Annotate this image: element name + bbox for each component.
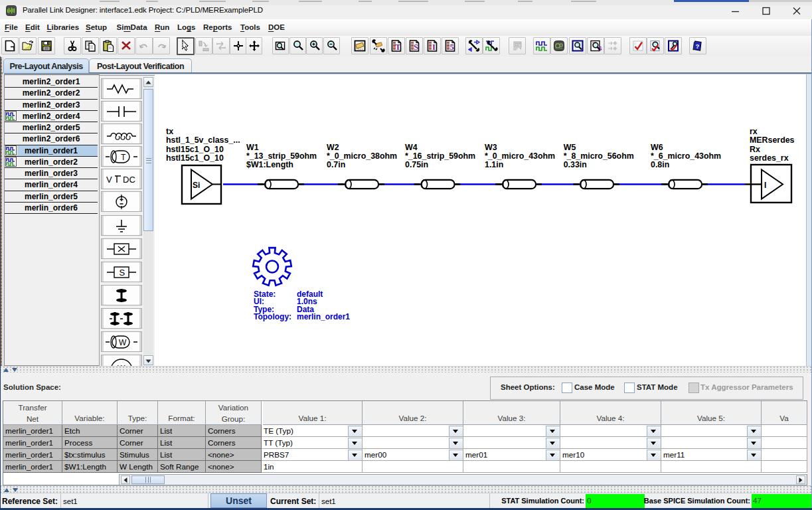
svg-text:W: W	[119, 337, 127, 347]
svg-text:S: S	[120, 268, 125, 278]
svg-text:W3: W3	[485, 143, 497, 152]
svg-text:0.8in: 0.8in	[651, 160, 669, 169]
svg-text:rx: rx	[750, 127, 758, 136]
svg-text:0.75in: 0.75in	[405, 160, 428, 169]
svg-text:T: T	[395, 42, 401, 52]
svg-text:V: V	[106, 175, 112, 185]
svg-text:Si: Si	[193, 181, 200, 190]
svg-text:I: I	[432, 42, 436, 52]
svg-text:hstl15c1_O_10: hstl15c1_O_10	[166, 153, 224, 163]
svg-text:hstl_1_5v_class_...: hstl_1_5v_class_...	[166, 135, 240, 145]
svg-text:*_16_strip_59ohm: *_16_strip_59ohm	[405, 151, 475, 161]
svg-text:hstl15c1_O_10: hstl15c1_O_10	[166, 145, 224, 154]
svg-text:W5: W5	[564, 143, 576, 152]
svg-text:S: S	[414, 42, 418, 52]
svg-text:0.33in: 0.33in	[564, 160, 587, 169]
svg-text:Topology:: Topology:	[254, 312, 291, 321]
svg-text:Rx: Rx	[750, 145, 760, 154]
svg-text:W1: W1	[246, 143, 259, 152]
svg-text:*_0_micro_43ohm: *_0_micro_43ohm	[485, 151, 555, 161]
svg-text:*_13_strip_59ohm: *_13_strip_59ohm	[246, 151, 317, 161]
svg-text:merlin_order1: merlin_order1	[297, 312, 350, 321]
svg-text:W2: W2	[327, 143, 339, 152]
svg-text:?: ?	[696, 42, 700, 50]
svg-text:DC: DC	[123, 175, 135, 185]
svg-text:serdes_rx: serdes_rx	[750, 153, 789, 163]
svg-text:*_0_micro_38ohm: *_0_micro_38ohm	[327, 151, 397, 161]
svg-text:5: 5	[449, 42, 453, 52]
svg-text:I: I	[764, 181, 766, 190]
svg-text:*_8_micro_56ohm: *_8_micro_56ohm	[564, 151, 634, 161]
svg-text:tx: tx	[166, 127, 173, 136]
svg-text:W6: W6	[651, 143, 663, 152]
svg-text:1.1in: 1.1in	[485, 160, 503, 169]
svg-text:W4: W4	[405, 143, 418, 152]
svg-text:T: T	[121, 152, 126, 161]
svg-text:$W1:Length: $W1:Length	[246, 160, 293, 169]
svg-text:*_6_micro_43ohm: *_6_micro_43ohm	[651, 151, 721, 161]
svg-text:MERserdes: MERserdes	[750, 135, 795, 145]
svg-text:0.7in: 0.7in	[327, 160, 345, 169]
